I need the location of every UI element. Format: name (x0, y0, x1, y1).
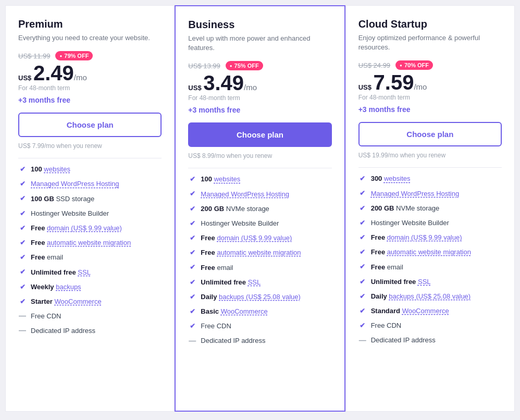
pricing-row: US$ 24.9970% OFF (358, 60, 502, 70)
check-icon: ✔ (358, 233, 367, 242)
feature-item: ✔Unlimited free SSL (18, 268, 162, 277)
discount-badge: 79% OFF (55, 51, 93, 60)
dash-icon: — (18, 327, 27, 335)
feature-item: ✔Managed WordPress Hosting (188, 190, 331, 199)
discount-badge: 70% OFF (395, 60, 433, 70)
check-icon: ✔ (188, 278, 196, 287)
check-icon: ✔ (188, 205, 196, 213)
check-icon: ✔ (188, 175, 196, 183)
check-icon: ✔ (18, 268, 27, 277)
feature-item: ✔Free email (18, 253, 162, 262)
free-months: +3 months free (18, 96, 162, 104)
divider (18, 158, 162, 158)
plans-container: PremiumEverything you need to create you… (5, 5, 515, 412)
feature-text: Free email (31, 253, 63, 262)
feature-item: ✔Free CDN (188, 322, 331, 331)
feature-list: ✔100 websites✔Managed WordPress Hosting✔… (188, 175, 331, 345)
feature-item: ✔Free automatic website migration (188, 248, 331, 257)
renew-price: US$ 19.99/mo when you renew (358, 152, 502, 159)
check-icon: ✔ (358, 204, 367, 213)
feature-item: ✔300 websites (358, 174, 502, 183)
feature-text: Dedicated IP address (31, 326, 95, 336)
check-icon: ✔ (358, 248, 367, 256)
plan-card-premium: PremiumEverything you need to create you… (5, 5, 175, 412)
plan-desc: Everything you need to create your websi… (18, 33, 162, 43)
feature-item: ✔Managed WordPress Hosting (18, 179, 162, 189)
feature-text: 200 GB NVMe storage (371, 204, 440, 213)
feature-text: Unlimited free SSL (31, 268, 91, 277)
feature-item: ✔Free email (358, 263, 502, 272)
feature-text: Free domain (US$ 9.99 value) (201, 233, 292, 243)
plan-name: Premium (18, 18, 162, 30)
feature-item: ✔Basic WooCommerce (188, 307, 331, 316)
feature-list: ✔300 websites✔Managed WordPress Hosting✔… (358, 174, 502, 345)
dash-icon: — (358, 336, 367, 344)
feature-text: Weekly backups (31, 282, 81, 292)
feature-text: Standard WooCommerce (371, 306, 449, 316)
check-icon: ✔ (18, 239, 27, 247)
feature-item: ✔Free automatic website migration (358, 248, 502, 257)
feature-text: Unlimited free SSL (371, 277, 431, 287)
check-icon: ✔ (358, 307, 367, 315)
current-price: US$ 2.49/mo (18, 63, 162, 83)
feature-item: ✔Starter WooCommerce (18, 297, 162, 306)
feature-item: ✔100 websites (18, 165, 162, 174)
feature-text: Hostinger Website Builder (371, 218, 449, 228)
feature-text: Hostinger Website Builder (31, 209, 109, 218)
feature-text: Free email (201, 263, 233, 273)
original-price: US$ 13.99 (188, 62, 220, 70)
check-icon: ✔ (18, 283, 27, 291)
feature-text: Free domain (US$ 9.99 value) (371, 233, 462, 242)
feature-text: Free automatic website migration (201, 248, 301, 257)
check-icon: ✔ (188, 249, 196, 257)
free-months: +3 months free (358, 105, 502, 114)
feature-text: 100 websites (31, 165, 70, 174)
feature-text: Unlimited free SSL (201, 278, 261, 287)
currency: US$ (18, 74, 33, 82)
original-price: US$ 24.99 (358, 61, 390, 69)
plan-card-business: BusinessLevel up with more power and enh… (175, 5, 345, 412)
check-icon: ✔ (18, 253, 27, 262)
check-icon: ✔ (358, 322, 367, 330)
feature-item: ✔100 websites (188, 175, 331, 184)
current-price: US$ 3.49/mo (188, 72, 331, 93)
currency: US$ (188, 84, 203, 92)
price-period: /mo (74, 73, 87, 82)
check-icon: ✔ (188, 322, 196, 330)
feature-item: —Dedicated IP address (358, 336, 502, 345)
feature-text: Daily backups (US$ 25.08 value) (371, 292, 471, 301)
feature-item: ✔Daily backups (US$ 25.08 value) (188, 292, 331, 302)
feature-item: ✔Free domain (US$ 9.99 value) (188, 233, 331, 243)
feature-item: ✔100 GB SSD storage (18, 194, 162, 204)
currency: US$ (358, 83, 374, 91)
check-icon: ✔ (358, 292, 367, 301)
feature-text: Dedicated IP address (201, 336, 265, 345)
feature-item: ✔Free email (188, 263, 331, 273)
check-icon: ✔ (18, 165, 27, 174)
feature-item: ✔Hostinger Website Builder (358, 218, 502, 228)
check-icon: ✔ (358, 175, 367, 183)
check-icon: ✔ (188, 293, 196, 301)
pricing-row: US$ 11.9979% OFF (18, 51, 162, 60)
feature-item: ✔200 GB NVMe storage (188, 204, 331, 214)
price-amount: 2.49 (33, 61, 74, 84)
feature-item: ✔200 GB NVMe storage (358, 204, 502, 213)
feature-list: ✔100 websites✔Managed WordPress Hosting✔… (18, 165, 162, 336)
feature-text: Basic WooCommerce (201, 307, 267, 316)
price-period: /mo (414, 82, 427, 91)
check-icon: ✔ (358, 219, 367, 227)
original-price: US$ 11.99 (18, 52, 50, 60)
feature-text: Free domain (US$ 9.99 value) (31, 224, 122, 233)
check-icon: ✔ (18, 224, 27, 232)
feature-item: ✔Managed WordPress Hosting (358, 189, 502, 199)
current-price: US$ 7.59/mo (358, 72, 502, 93)
feature-item: ✔Standard WooCommerce (358, 306, 502, 316)
choose-plan-button[interactable]: Choose plan (358, 122, 502, 146)
feature-item: ✔Free CDN (358, 321, 502, 330)
feature-item: ✔Unlimited free SSL (358, 277, 502, 287)
choose-plan-button[interactable]: Choose plan (188, 122, 331, 147)
dash-icon: — (188, 337, 196, 345)
choose-plan-button[interactable]: Choose plan (18, 113, 162, 137)
feature-text: Starter WooCommerce (31, 297, 102, 306)
plan-desc: Enjoy optimized performance & powerful r… (358, 33, 502, 52)
